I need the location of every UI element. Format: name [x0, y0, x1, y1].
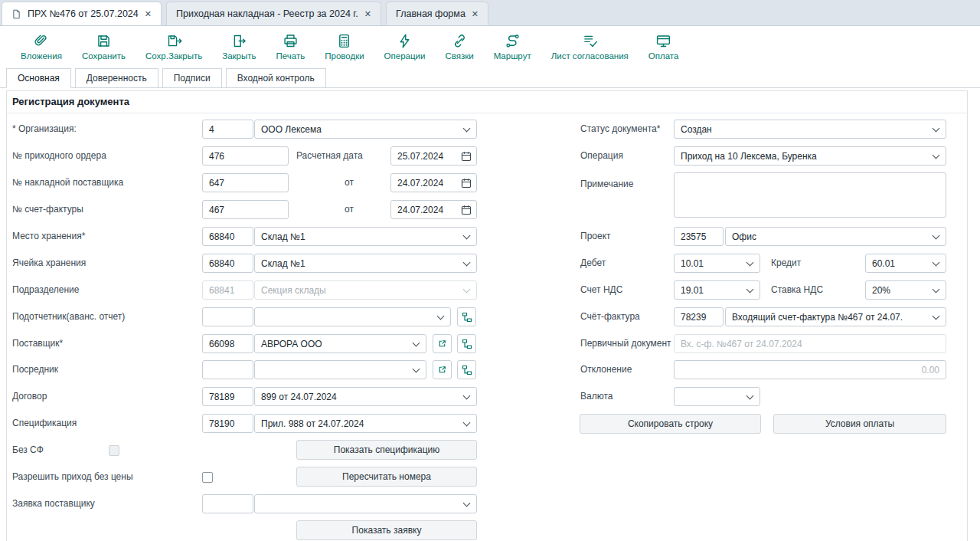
vat-rate-select[interactable]: 20% [865, 280, 946, 300]
org-code-input[interactable]: 4 [202, 120, 253, 139]
specification-select[interactable]: Прил. 988 от 24.07.2024 [254, 414, 477, 433]
toolbar-links[interactable]: Связки [435, 33, 483, 61]
org-select[interactable]: ООО Лексема [254, 120, 477, 139]
cell-code-input[interactable]: 68840 [202, 254, 253, 273]
window-tab-document[interactable]: ПРХ №476 от 25.07.2024 ✕ [2, 2, 162, 25]
accountable-code-input[interactable] [202, 307, 253, 326]
project-label: Проект [580, 227, 611, 246]
chevron-down-icon [463, 392, 471, 400]
deviation-label: Отклонение [580, 360, 632, 379]
tab-power-of-attorney[interactable]: Доверенность [75, 68, 158, 88]
recalculate-numbers-button[interactable]: Пересчитать номера [296, 467, 477, 487]
mediator-select[interactable] [254, 360, 426, 379]
order-no-input[interactable]: 476 [202, 146, 289, 166]
tab-main[interactable]: Основная [6, 68, 71, 88]
section-title: Регистрация документа [12, 96, 129, 107]
toolbar-print[interactable]: Печать [266, 33, 315, 61]
supplier-request-label: Заявка поставщику [12, 494, 95, 513]
vat-account-label: Счет НДС [580, 280, 622, 300]
credit-select[interactable]: 60.01 [865, 254, 946, 273]
form-tab-bar: Основная Доверенность Подписи Входной ко… [0, 67, 980, 88]
supplier-invoice-no-input[interactable]: 647 [202, 173, 289, 192]
toolbar-operations[interactable]: Операции [374, 33, 436, 61]
project-select[interactable]: Офис [725, 227, 946, 246]
specification-label: Спецификация [12, 414, 77, 433]
toolbar-close[interactable]: Закрыть [212, 33, 266, 61]
supplier-code-input[interactable]: 66098 [202, 334, 253, 353]
note-textarea[interactable] [674, 172, 946, 218]
toolbar-approval-sheet[interactable]: Лист согласования [541, 33, 639, 61]
invoice-date-label: от [345, 200, 354, 219]
chevron-down-icon [933, 125, 940, 133]
mediator-code-input[interactable] [202, 360, 253, 379]
printer-icon [283, 33, 299, 49]
calendar-icon[interactable] [461, 205, 472, 218]
toolbar-save[interactable]: Сохранить [72, 33, 136, 61]
vat-rate-label: Ставка НДС [771, 280, 823, 300]
window-tab-main-form[interactable]: Главная форма ✕ [386, 2, 488, 25]
supplier-value: АВРОРА ООО [261, 339, 322, 349]
show-request-button[interactable]: Показать заявку [296, 520, 477, 540]
supplier-open-card-button[interactable] [433, 334, 452, 353]
mediator-tree-button[interactable] [457, 360, 476, 379]
invoice-no-input[interactable]: 467 [202, 200, 289, 219]
mediator-open-card-button[interactable] [433, 360, 452, 379]
supplier-tree-button[interactable] [457, 334, 476, 353]
chevron-down-icon [933, 152, 940, 159]
allow-no-price-checkbox[interactable] [202, 472, 213, 483]
toolbar-label: Операции [384, 51, 426, 61]
operation-select[interactable]: Приход на 10 Лексема, Буренка [674, 146, 946, 166]
toolbar-label: Вложения [21, 51, 62, 61]
vat-rate-value: 20% [872, 285, 890, 296]
project-code-input[interactable]: 23575 [674, 227, 724, 246]
storage-code-input[interactable]: 68840 [202, 227, 253, 246]
chevron-down-icon [463, 259, 471, 267]
invoice-ref-code-input[interactable]: 78239 [674, 307, 724, 326]
order-no-label: № приходного ордера [12, 146, 106, 166]
payment-terms-button[interactable]: Условия оплаты [773, 414, 946, 434]
toolbar-route[interactable]: Маршрут [484, 33, 541, 61]
toolbar-label: Проводки [325, 51, 364, 61]
calendar-icon[interactable] [461, 178, 472, 191]
calendar-icon[interactable] [461, 151, 472, 164]
status-select[interactable]: Создан [674, 120, 946, 139]
contract-code-input[interactable]: 78189 [202, 387, 253, 406]
debit-select[interactable]: 10.01 [674, 254, 760, 273]
section-divider [7, 113, 967, 113]
show-specification-button[interactable]: Показать спецификацию [296, 440, 477, 460]
accountable-select[interactable] [254, 307, 451, 326]
close-tab-icon[interactable]: ✕ [145, 10, 152, 18]
specification-code-input[interactable]: 78190 [202, 414, 253, 433]
toolbar-attachments[interactable]: Вложения [11, 33, 72, 61]
currency-select[interactable] [674, 387, 760, 406]
invoice-date-input[interactable]: 24.07.2024 [390, 200, 477, 219]
toolbar-payment[interactable]: Оплата [639, 33, 689, 61]
supplier-select[interactable]: АВРОРА ООО [254, 334, 426, 353]
close-tab-icon[interactable]: ✕ [364, 10, 371, 18]
close-tab-icon[interactable]: ✕ [472, 10, 479, 18]
contract-select[interactable]: 899 от 24.07.2024 [254, 387, 477, 406]
chevron-down-icon [933, 232, 940, 240]
lightning-icon [397, 33, 413, 49]
vat-account-value: 19.01 [681, 285, 704, 296]
toolbar-save-close[interactable]: Сохр.Закрыть [136, 33, 212, 61]
currency-label: Валюта [580, 387, 612, 406]
storage-select[interactable]: Склад №1 [254, 227, 477, 246]
tab-signatures[interactable]: Подписи [162, 68, 222, 88]
cell-select[interactable]: Склад №1 [254, 254, 477, 273]
supplier-invoice-date-input[interactable]: 24.07.2024 [390, 173, 477, 192]
calculator-icon [336, 33, 352, 49]
invoice-ref-select[interactable]: Входящий счет-фактура №467 от 24.07. [725, 307, 946, 326]
accountable-tree-button[interactable] [457, 307, 476, 326]
settlement-date-input[interactable]: 25.07.2024 [390, 146, 477, 166]
toolbar-postings[interactable]: Проводки [315, 33, 374, 61]
copy-row-button[interactable]: Скопировать строку [580, 414, 761, 434]
tab-input-control[interactable]: Входной контроль [226, 68, 326, 88]
vat-account-select[interactable]: 19.01 [674, 280, 760, 300]
supplier-request-code-input[interactable] [202, 494, 253, 513]
window-tab-register[interactable]: Приходная накладная - Реестр за 2024 г. … [166, 2, 381, 25]
supplier-invoice-date-value: 24.07.2024 [397, 178, 443, 189]
supplier-request-select[interactable] [254, 494, 477, 513]
window-tab-label: Главная форма [396, 8, 466, 19]
toolbar-label: Печать [276, 51, 305, 61]
